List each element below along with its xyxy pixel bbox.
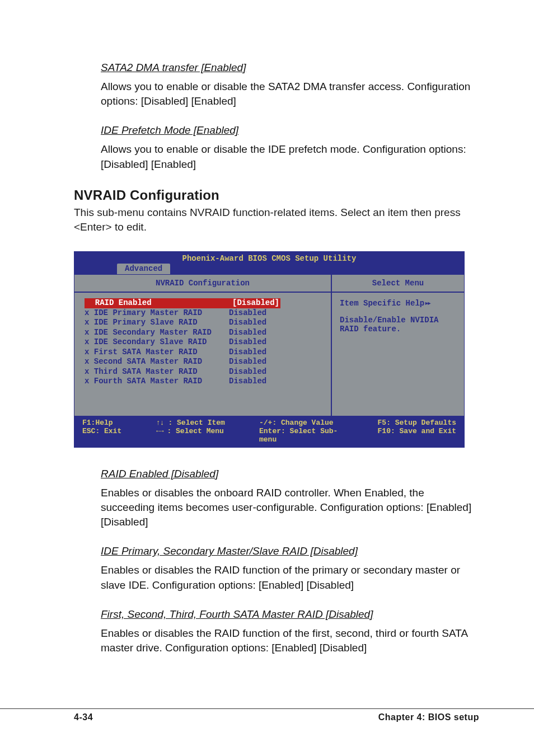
bios-help-heading: Item Specific Help▸▸ — [340, 298, 458, 308]
option-body: Allows you to enable or disable the SATA… — [101, 79, 479, 109]
option-body: Allows you to enable or disable the IDE … — [101, 142, 479, 171]
bios-row-label: x IDE Secondary Master RAID — [85, 328, 229, 338]
bios-right-title: Select Menu — [332, 275, 464, 293]
bios-row[interactable]: x Third SATA Master RAIDDisabled — [85, 367, 325, 377]
option-body: Enables or disables the RAID function of… — [101, 626, 479, 655]
bios-row[interactable]: x Fourth SATA Master RAIDDisabled — [85, 377, 325, 387]
page-footer: 4-34 Chapter 4: BIOS setup — [0, 708, 534, 722]
bios-right-pane: Select Menu Item Specific Help▸▸ Disable… — [332, 275, 464, 416]
section-intro: This sub-menu contains NVRAID function-r… — [74, 205, 479, 234]
bios-row-label: x IDE Secondary Slave RAID — [85, 337, 229, 348]
bios-row[interactable]: x IDE Primary Slave RAIDDisabled — [85, 318, 325, 328]
option-heading: First, Second, Third, Fourth SATA Master… — [101, 608, 479, 621]
bios-row[interactable]: x IDE Secondary Master RAIDDisabled — [85, 328, 325, 338]
bios-body: NVRAID Configuration RAID Enabled[Disabl… — [74, 275, 465, 416]
bios-row[interactable]: RAID Enabled[Disabled] — [85, 298, 325, 308]
bios-left-title: NVRAID Configuration — [74, 275, 331, 293]
bios-row-label: x Fourth SATA Master RAID — [85, 377, 229, 387]
bios-help-heading-text: Item Specific Help — [340, 299, 424, 308]
option-heading: SATA2 DMA transfer [Enabled] — [101, 62, 479, 74]
footer-cell: ↑↓ : Select Item — [156, 419, 246, 427]
bios-row-label: x Third SATA Master RAID — [85, 367, 229, 377]
footer-cell: F5: Setup Defaults — [344, 419, 456, 427]
bios-help-line: RAID feature. — [340, 325, 458, 334]
bios-row-value: Disabled — [229, 367, 266, 377]
footer-cell: ESC: Exit — [82, 427, 156, 444]
option-block-raid-enabled: RAID Enabled [Disabled] Enables or disab… — [101, 468, 479, 530]
option-body: Enables or disables the onboard RAID con… — [101, 486, 479, 530]
bios-tab-row: Advanced — [74, 264, 464, 274]
footer-cell: ←→ : Select Menu — [156, 427, 246, 444]
bios-row-value: Disabled — [229, 377, 266, 387]
footer-text: : Select Item — [168, 419, 224, 427]
bios-box: Phoenix-Award BIOS CMOS Setup Utility Ad… — [74, 251, 465, 448]
bios-row-label: x First SATA Master RAID — [85, 348, 229, 358]
bios-row-value: [Disabled] — [231, 298, 280, 308]
bios-row-value: Disabled — [229, 348, 266, 358]
bios-row[interactable]: x Second SATA Master RAIDDisabled — [85, 357, 325, 367]
bios-row[interactable]: x IDE Primary Master RAIDDisabled — [85, 308, 325, 318]
option-heading: IDE Prefetch Mode [Enabled] — [101, 124, 479, 137]
bios-left-pane: NVRAID Configuration RAID Enabled[Disabl… — [74, 275, 332, 416]
bios-help: Item Specific Help▸▸ Disable/Enable NVID… — [332, 293, 464, 339]
bios-row-label: RAID Enabled — [85, 298, 231, 308]
bios-row-label: x Second SATA Master RAID — [85, 357, 229, 367]
option-block-ide-prefetch: IDE Prefetch Mode [Enabled] Allows you t… — [101, 124, 479, 171]
bios-row-value: Disabled — [229, 357, 266, 367]
spacer — [340, 308, 458, 316]
option-heading: IDE Primary, Secondary Master/Slave RAID… — [101, 545, 479, 557]
bios-row-value: Disabled — [229, 328, 266, 338]
option-body: Enables or disables the RAID function of… — [101, 563, 479, 592]
bios-header: Phoenix-Award BIOS CMOS Setup Utility Ad… — [74, 251, 465, 275]
bios-row-label: x IDE Primary Slave RAID — [85, 318, 229, 328]
bios-row[interactable]: x IDE Secondary Slave RAIDDisabled — [85, 337, 325, 348]
option-block-sata2: SATA2 DMA transfer [Enabled] Allows you … — [101, 62, 479, 109]
bios-row-label: x IDE Primary Master RAID — [85, 308, 229, 318]
footer-cell: Enter: Select Sub-menu — [246, 427, 344, 444]
bios-title: Phoenix-Award BIOS CMOS Setup Utility — [74, 252, 464, 264]
right-arrows-icon: ▸▸ — [424, 299, 429, 308]
bios-row-value: Disabled — [229, 318, 266, 328]
bios-row[interactable]: x First SATA Master RAIDDisabled — [85, 348, 325, 358]
footer-cell: -/+: Change Value — [246, 419, 344, 427]
section-heading-nvraid: NVRAID Configuration — [74, 187, 479, 203]
option-heading: RAID Enabled [Disabled] — [101, 468, 479, 480]
page-number: 4-34 — [74, 712, 93, 722]
updown-icon: ↑↓ — [156, 419, 164, 427]
leftright-icon: ←→ — [156, 427, 163, 435]
chapter-title: Chapter 4: BIOS setup — [378, 712, 479, 722]
option-block-ide-raid: IDE Primary, Secondary Master/Slave RAID… — [101, 545, 479, 592]
bios-tab-advanced[interactable]: Advanced — [117, 264, 170, 274]
footer-text: : Select Menu — [167, 427, 223, 435]
footer-cell: F1:Help — [82, 419, 156, 427]
bios-help-line: Disable/Enable NVIDIA — [340, 316, 458, 325]
page: SATA2 DMA transfer [Enabled] Allows you … — [0, 0, 534, 756]
bios-row-value: Disabled — [229, 308, 266, 318]
bios-rows: RAID Enabled[Disabled]x IDE Primary Mast… — [74, 293, 331, 416]
option-block-sata-raid: First, Second, Third, Fourth SATA Master… — [101, 608, 479, 655]
bios-footer: F1:Help ↑↓ : Select Item -/+: Change Val… — [74, 416, 465, 448]
footer-cell: F10: Save and Exit — [344, 427, 456, 444]
bios-row-value: Disabled — [229, 337, 266, 348]
